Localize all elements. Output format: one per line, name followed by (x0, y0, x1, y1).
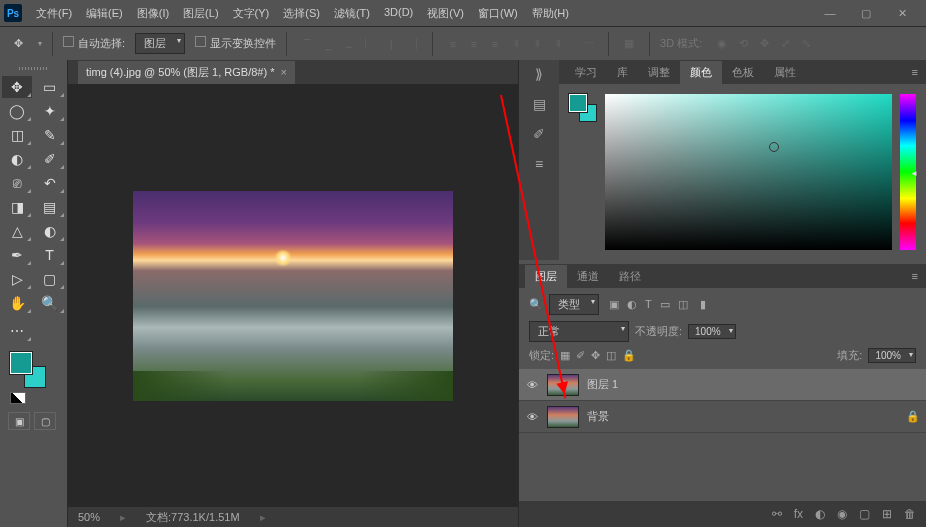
menu-view[interactable]: 视图(V) (421, 2, 470, 25)
filter-type-layer-icon[interactable]: T (645, 298, 652, 311)
document-tab[interactable]: timg (4).jpg @ 50% (图层 1, RGB/8#) * × (78, 61, 295, 84)
hue-slider[interactable] (900, 94, 916, 250)
3d-roll-icon[interactable]: ⟲ (733, 34, 753, 54)
color-swatches[interactable] (10, 352, 46, 388)
toolbox-handle[interactable] (2, 64, 65, 72)
layer-fx-icon[interactable]: fx (794, 507, 803, 521)
move-tool[interactable]: ✥ (2, 76, 32, 98)
align-bottom-icon[interactable]: ⎽ (339, 34, 359, 54)
filter-toggle-icon[interactable]: ▮ (700, 298, 706, 311)
properties-panel-icon[interactable]: ≡ (535, 156, 543, 172)
filter-shape-icon[interactable]: ▭ (660, 298, 670, 311)
tab-channels[interactable]: 通道 (567, 265, 609, 288)
eyedropper-tool[interactable]: ✎ (35, 124, 65, 146)
color-cursor[interactable] (769, 142, 779, 152)
tab-color[interactable]: 颜色 (680, 61, 722, 84)
3d-slide-icon[interactable]: ⤢ (775, 34, 795, 54)
lock-move-icon[interactable]: ✥ (591, 349, 600, 362)
more-options-icon[interactable]: ⋯ (578, 34, 598, 54)
layer-row[interactable]: 👁 图层 1 (519, 369, 926, 401)
tab-paths[interactable]: 路径 (609, 265, 651, 288)
filter-smart-icon[interactable]: ◫ (678, 298, 688, 311)
gradient-tool[interactable]: ▤ (35, 196, 65, 218)
minimize-button[interactable]: — (818, 7, 842, 20)
distribute-bottom-icon[interactable]: ≡ (485, 34, 505, 54)
screen-mode-icon[interactable]: ▢ (34, 412, 56, 430)
tab-learn[interactable]: 学习 (565, 61, 607, 84)
align-right-icon[interactable]: ⎹ (402, 34, 422, 54)
auto-select-dropdown[interactable]: 图层 (135, 33, 185, 54)
blur-tool[interactable]: △ (2, 220, 32, 242)
zoom-tool[interactable]: 🔍 (35, 292, 65, 314)
lock-artboard-icon[interactable]: ◫ (606, 349, 616, 362)
layer-name[interactable]: 背景 (587, 409, 609, 424)
layer-mask-icon[interactable]: ◐ (815, 507, 825, 521)
visibility-toggle-icon[interactable]: 👁 (525, 411, 539, 423)
tab-close-icon[interactable]: × (280, 66, 286, 78)
fill-input[interactable]: 100% (868, 348, 916, 363)
auto-align-icon[interactable]: ▦ (619, 34, 639, 54)
pen-tool[interactable]: ✒ (2, 244, 32, 266)
maximize-button[interactable]: ▢ (854, 7, 878, 20)
show-transform-checkbox[interactable]: 显示变换控件 (195, 36, 276, 51)
3d-pan-icon[interactable]: ✥ (754, 34, 774, 54)
new-layer-icon[interactable]: ⊞ (882, 507, 892, 521)
tab-swatches[interactable]: 色板 (722, 61, 764, 84)
distribute-right-icon[interactable]: ⦀ (548, 34, 568, 54)
tab-properties[interactable]: 属性 (764, 61, 806, 84)
menu-3d[interactable]: 3D(D) (378, 2, 419, 25)
canvas[interactable] (68, 84, 518, 507)
lasso-tool[interactable]: ◯ (2, 100, 32, 122)
panel-fg-swatch[interactable] (569, 94, 587, 112)
lock-position-icon[interactable]: ✐ (576, 349, 585, 362)
hand-tool[interactable]: ✋ (2, 292, 32, 314)
3d-zoom-icon[interactable]: ⤡ (796, 34, 816, 54)
brush-tool[interactable]: ✐ (35, 148, 65, 170)
healing-brush-tool[interactable]: ◐ (2, 148, 32, 170)
align-top-icon[interactable]: ⎺ (297, 34, 317, 54)
blend-mode-dropdown[interactable]: 正常 (529, 321, 629, 342)
magic-wand-tool[interactable]: ✦ (35, 100, 65, 122)
tab-adjustments[interactable]: 调整 (638, 61, 680, 84)
history-panel-icon[interactable]: ▤ (533, 96, 546, 112)
dodge-tool[interactable]: ◐ (35, 220, 65, 242)
menu-type[interactable]: 文字(Y) (227, 2, 276, 25)
foreground-color-swatch[interactable] (10, 352, 32, 374)
close-button[interactable]: ✕ (890, 7, 914, 20)
brush-panel-icon[interactable]: ✐ (533, 126, 545, 142)
default-colors-icon[interactable] (10, 392, 26, 404)
link-layers-icon[interactable]: ⚯ (772, 507, 782, 521)
clone-stamp-tool[interactable]: ⎚ (2, 172, 32, 194)
lock-pixels-icon[interactable]: ▦ (560, 349, 570, 362)
quick-mask-icon[interactable]: ▣ (8, 412, 30, 430)
distribute-hcenter-icon[interactable]: ⦀ (527, 34, 547, 54)
marquee-tool[interactable]: ▭ (35, 76, 65, 98)
distribute-vcenter-icon[interactable]: ≡ (464, 34, 484, 54)
layer-name[interactable]: 图层 1 (587, 377, 618, 392)
tab-layers[interactable]: 图层 (525, 265, 567, 288)
layer-row[interactable]: 👁 背景 🔒 (519, 401, 926, 433)
panel-menu-icon[interactable]: ≡ (904, 66, 926, 78)
align-vcenter-icon[interactable]: ⎯ (318, 34, 338, 54)
menu-layer[interactable]: 图层(L) (177, 2, 224, 25)
layer-thumbnail[interactable] (547, 374, 579, 396)
menu-image[interactable]: 图像(I) (131, 2, 175, 25)
zoom-level[interactable]: 50% (78, 511, 100, 523)
align-left-icon[interactable]: ⎸ (360, 34, 380, 54)
adjustment-layer-icon[interactable]: ◉ (837, 507, 847, 521)
history-brush-tool[interactable]: ↶ (35, 172, 65, 194)
filter-type-icon[interactable]: 🔍 (529, 298, 543, 311)
visibility-toggle-icon[interactable]: 👁 (525, 379, 539, 391)
3d-orbit-icon[interactable]: ◉ (712, 34, 732, 54)
menu-window[interactable]: 窗口(W) (472, 2, 524, 25)
distribute-left-icon[interactable]: ⦀ (506, 34, 526, 54)
layer-thumbnail[interactable] (547, 406, 579, 428)
opacity-input[interactable]: 100% (688, 324, 736, 339)
filter-type-dropdown[interactable]: 类型 (549, 294, 599, 315)
collapse-panel-icon[interactable]: ⟫ (535, 66, 543, 82)
lock-all-icon[interactable]: 🔒 (622, 349, 636, 362)
group-icon[interactable]: ▢ (859, 507, 870, 521)
align-hcenter-icon[interactable]: | (381, 34, 401, 54)
eraser-tool[interactable]: ◨ (2, 196, 32, 218)
menu-edit[interactable]: 编辑(E) (80, 2, 129, 25)
